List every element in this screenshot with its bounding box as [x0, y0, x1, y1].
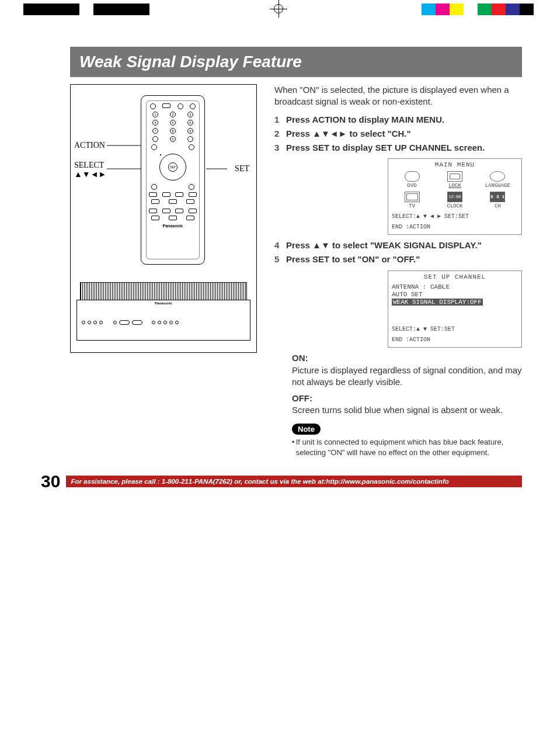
intro-text: When "ON" is selected, the picture is di…	[274, 84, 522, 108]
label-set: SET	[235, 164, 249, 174]
step-1: 1Press ACTION to display MAIN MENU.	[274, 114, 522, 126]
label-select-arrows: ▲▼◄►	[74, 170, 106, 179]
label-select: SELECT	[74, 161, 104, 170]
note-badge: Note	[292, 424, 321, 435]
page-number: 30	[41, 471, 60, 491]
label-action: ACTION	[74, 141, 105, 150]
remote-illustration: 123 456 789 0 SET Panasonic	[141, 95, 205, 265]
unit-illustration: Panasonic	[76, 282, 250, 346]
note-text: •If unit is connected to equipment which…	[292, 437, 522, 457]
off-description: OFF:Screen turns solid blue when signal …	[292, 393, 522, 417]
osd-main-menu: MAIN MENU DVD LOCK LANGUAGE TV 12:00CLOC…	[388, 158, 522, 235]
step-4: 4Press ▲▼ to select "WEAK SIGNAL DISPLAY…	[274, 240, 522, 251]
page-title: Weak Signal Display Feature	[70, 47, 522, 77]
step-3: 3Press SET to display SET UP CHANNEL scr…	[274, 142, 522, 154]
assistance-bar: For assistance, please call : 1-800-211-…	[66, 476, 522, 487]
step-5: 5Press SET to set "ON" or "OFF."	[274, 254, 522, 265]
step-2: 2Press ▲▼◄► to select "CH."	[274, 128, 522, 140]
on-description: ON:Picture is displayed regardless of si…	[292, 352, 522, 388]
remote-diagram: ACTION SELECT ▲▼◄► SET 123 456 789	[70, 84, 257, 353]
osd-setup-channel: SET UP CHANNEL ANTENNA : CABLE AUTO SET …	[388, 271, 522, 348]
